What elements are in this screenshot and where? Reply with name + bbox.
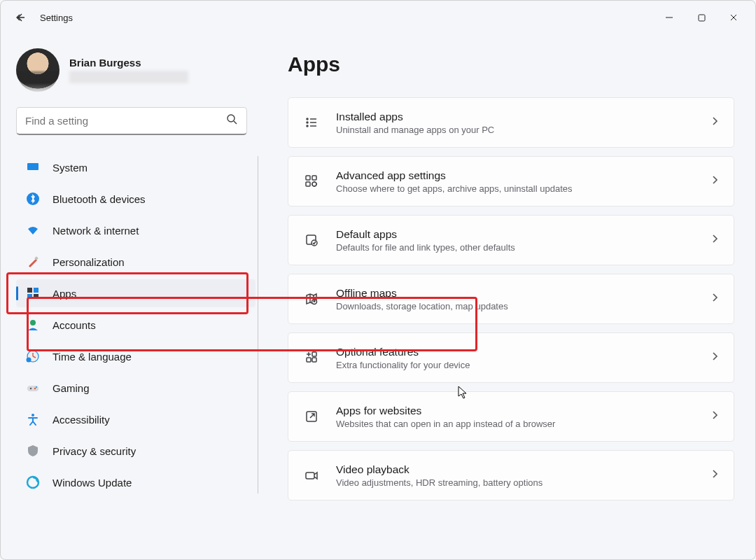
video-icon bbox=[302, 468, 321, 482]
svg-rect-22 bbox=[306, 176, 310, 180]
svg-point-17 bbox=[31, 414, 34, 416]
search-input[interactable] bbox=[25, 115, 226, 127]
sidebar-item-gaming[interactable]: Gaming bbox=[16, 374, 255, 402]
sidebar-item-label: Gaming bbox=[52, 382, 90, 394]
svg-rect-33 bbox=[306, 472, 314, 479]
card-video[interactable]: Video playbackVideo adjustments, HDR str… bbox=[288, 450, 734, 500]
card-title: Offline maps bbox=[336, 287, 694, 300]
sidebar-item-apps[interactable]: Apps bbox=[16, 279, 255, 307]
minimize-button[interactable] bbox=[653, 4, 685, 31]
svg-rect-23 bbox=[312, 176, 316, 180]
sidebar-item-label: Network & internet bbox=[52, 225, 139, 237]
svg-point-19 bbox=[307, 118, 308, 120]
page-title: Apps bbox=[288, 52, 734, 76]
svg-point-15 bbox=[34, 388, 36, 389]
chevron-right-icon bbox=[710, 175, 720, 188]
svg-rect-2 bbox=[27, 163, 38, 170]
svg-rect-0 bbox=[699, 15, 705, 21]
profile-email-redacted bbox=[69, 71, 188, 83]
svg-point-21 bbox=[307, 125, 308, 127]
sidebar-item-time[interactable]: Time & language bbox=[16, 342, 255, 370]
card-subtitle: Choose where to get apps, archive apps, … bbox=[336, 183, 694, 194]
svg-rect-29 bbox=[307, 358, 311, 362]
sidebar-item-label: Personalization bbox=[52, 256, 125, 268]
chevron-right-icon bbox=[710, 351, 720, 364]
svg-point-16 bbox=[36, 386, 37, 388]
sidebar-item-bluetooth[interactable]: Bluetooth & devices bbox=[16, 185, 255, 213]
grid-plus-icon bbox=[302, 351, 321, 365]
sidebar-item-label: System bbox=[52, 162, 88, 174]
bluetooth-icon bbox=[26, 192, 40, 206]
svg-rect-9 bbox=[34, 294, 38, 299]
svg-rect-5 bbox=[34, 256, 38, 260]
back-button[interactable] bbox=[6, 4, 34, 31]
svg-rect-8 bbox=[27, 294, 32, 299]
svg-rect-7 bbox=[34, 288, 38, 293]
card-installed[interactable]: Installed appsUninstall and manage apps … bbox=[288, 97, 734, 148]
card-subtitle: Websites that can open in an app instead… bbox=[336, 419, 694, 429]
profile-name: Brian Burgess bbox=[69, 57, 188, 69]
chevron-right-icon bbox=[710, 234, 720, 246]
shield-icon bbox=[26, 444, 40, 458]
close-button[interactable] bbox=[718, 4, 750, 31]
map-icon bbox=[302, 292, 321, 306]
nav-divider bbox=[258, 156, 258, 493]
card-title: Default apps bbox=[336, 228, 694, 241]
gamepad-icon bbox=[26, 381, 40, 395]
clock-icon bbox=[26, 349, 40, 363]
list-icon bbox=[302, 115, 321, 130]
sidebar-item-label: Time & language bbox=[52, 351, 132, 363]
sidebar-item-privacy[interactable]: Privacy & security bbox=[16, 437, 255, 465]
svg-rect-30 bbox=[312, 358, 316, 362]
sidebar-item-label: Accounts bbox=[52, 319, 96, 331]
card-title: Optional features bbox=[336, 346, 694, 358]
svg-rect-31 bbox=[312, 352, 316, 356]
sidebar-item-accessibility[interactable]: Accessibility bbox=[16, 405, 255, 433]
card-websites[interactable]: Apps for websitesWebsites that can open … bbox=[288, 391, 734, 442]
svg-point-20 bbox=[307, 122, 308, 123]
search-box[interactable] bbox=[16, 107, 247, 135]
card-subtitle: Defaults for file and link types, other … bbox=[336, 242, 694, 253]
card-default[interactable]: Default appsDefaults for file and link t… bbox=[288, 215, 734, 265]
close-icon bbox=[729, 13, 738, 22]
sidebar-item-system[interactable]: System bbox=[16, 153, 255, 181]
card-offline[interactable]: Offline mapsDownloads, storage location,… bbox=[288, 274, 734, 324]
card-optional[interactable]: Optional featuresExtra functionality for… bbox=[288, 332, 734, 383]
nav-list: SystemBluetooth & devicesNetwork & inter… bbox=[16, 153, 260, 496]
sidebar-item-personalization[interactable]: Personalization bbox=[16, 248, 255, 276]
maximize-button[interactable] bbox=[685, 4, 718, 31]
open-ext-icon bbox=[302, 410, 321, 424]
chevron-right-icon bbox=[710, 293, 720, 305]
sidebar: Brian Burgess SystemBluetooth & devicesN… bbox=[1, 34, 260, 559]
person-icon bbox=[26, 318, 40, 332]
avatar bbox=[16, 48, 59, 92]
svg-rect-6 bbox=[27, 288, 32, 293]
svg-point-12 bbox=[27, 358, 31, 363]
maximize-icon bbox=[698, 14, 706, 22]
grid-gear-icon bbox=[302, 174, 321, 188]
card-subtitle: Uninstall and manage apps on your PC bbox=[336, 125, 694, 135]
profile-block[interactable]: Brian Burgess bbox=[16, 48, 260, 92]
sidebar-item-network[interactable]: Network & internet bbox=[16, 216, 255, 244]
svg-point-10 bbox=[30, 320, 36, 326]
sidebar-item-label: Privacy & security bbox=[52, 445, 136, 457]
check-app-icon bbox=[302, 233, 321, 247]
chevron-right-icon bbox=[710, 410, 720, 423]
window-title: Settings bbox=[40, 13, 73, 23]
sidebar-item-label: Apps bbox=[52, 288, 76, 300]
card-title: Installed apps bbox=[336, 111, 694, 123]
sidebar-item-label: Bluetooth & devices bbox=[52, 193, 146, 205]
sidebar-item-update[interactable]: Windows Update bbox=[16, 468, 255, 496]
svg-point-14 bbox=[30, 388, 31, 389]
sidebar-item-accounts[interactable]: Accounts bbox=[16, 311, 255, 339]
card-subtitle: Extra functionality for your device bbox=[336, 360, 694, 370]
svg-point-25 bbox=[312, 182, 316, 186]
brush-icon bbox=[26, 255, 40, 269]
card-title: Advanced app settings bbox=[336, 169, 694, 182]
update-icon bbox=[26, 475, 40, 489]
card-subtitle: Video adjustments, HDR streaming, batter… bbox=[336, 477, 694, 488]
minimize-icon bbox=[665, 13, 673, 22]
svg-rect-24 bbox=[306, 182, 310, 186]
monitor-icon bbox=[26, 160, 40, 174]
card-advanced[interactable]: Advanced app settingsChoose where to get… bbox=[288, 156, 734, 206]
